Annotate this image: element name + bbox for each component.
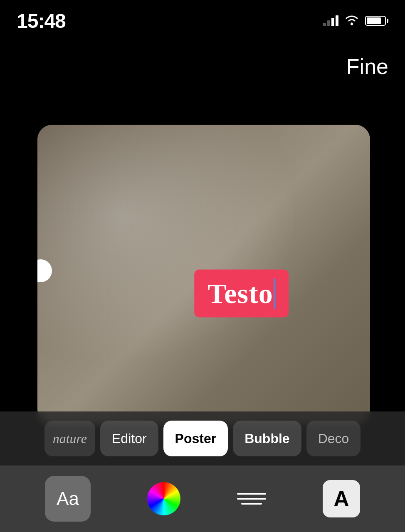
wifi-icon	[344, 14, 359, 27]
font-size-label: A	[333, 486, 349, 511]
align-line-3	[241, 503, 262, 505]
tab-bubble[interactable]: Bubble	[233, 421, 301, 456]
status-icons	[323, 14, 388, 27]
tab-poster-label: Poster	[175, 431, 217, 446]
align-line-2	[237, 498, 266, 500]
tab-deco-label: Deco	[318, 431, 349, 446]
font-button-label: Aa	[57, 488, 79, 509]
color-wheel-button[interactable]	[147, 482, 180, 515]
tab-poster[interactable]: Poster	[163, 421, 228, 456]
text-overlay[interactable]: Testo	[194, 270, 289, 318]
battery-icon	[365, 16, 388, 26]
tab-editor-label: Editor	[112, 431, 147, 446]
svg-point-0	[351, 23, 353, 25]
tab-signature-label: nature	[53, 431, 87, 446]
left-handle	[37, 259, 52, 282]
fine-button[interactable]: Fine	[346, 54, 388, 79]
status-bar: 15:48	[0, 0, 405, 42]
signal-icon	[323, 15, 338, 26]
canvas-background: Testo	[37, 125, 370, 424]
tab-bubble-label: Bubble	[244, 431, 289, 446]
status-time: 15:48	[17, 10, 66, 32]
style-tabs: nature Editor Poster Bubble Deco	[0, 411, 405, 466]
tab-deco[interactable]: Deco	[306, 421, 361, 456]
font-size-button[interactable]: A	[323, 480, 360, 517]
tab-signature[interactable]: nature	[44, 421, 95, 456]
overlay-text: Testo	[207, 277, 273, 310]
tab-editor[interactable]: Editor	[100, 421, 158, 456]
font-button[interactable]: Aa	[45, 476, 91, 522]
text-cursor	[274, 278, 276, 309]
align-button[interactable]	[237, 493, 266, 505]
canvas-area[interactable]: Testo	[37, 125, 370, 424]
bottom-toolbar: Aa A	[0, 466, 405, 532]
align-line-1	[237, 493, 266, 495]
